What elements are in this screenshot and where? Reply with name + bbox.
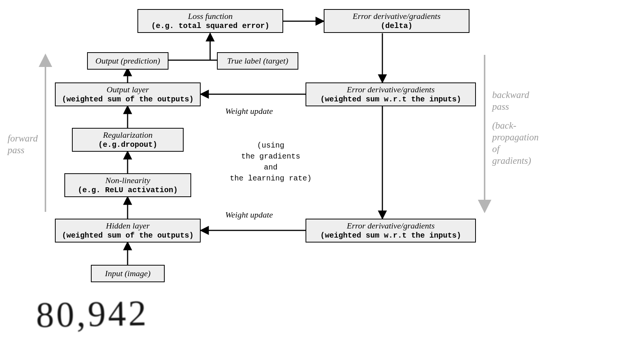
label-backward-l6: gradients) [492, 155, 568, 166]
label-weight-update-top: Weight update [225, 106, 273, 116]
box-nonlinearity-sub: (e.g. ReLU activation) [67, 185, 188, 195]
box-regularization-sub: (e.g.dropout) [75, 140, 181, 149]
label-forward-pass: forward pass [8, 132, 49, 156]
label-backward-l1: backward [492, 89, 568, 101]
label-center-l1: (using [214, 140, 327, 151]
label-center-note: (using the gradients and the learning ra… [214, 140, 327, 184]
box-hidden-layer-title: Hidden layer [58, 221, 198, 231]
box-error-bottom-title: Error derivative/gradients [309, 221, 473, 231]
label-forward-pass-l2: pass [8, 144, 49, 156]
box-error-delta-sub: (delta) [327, 21, 466, 31]
box-output-layer-title: Output layer [58, 85, 198, 95]
box-hidden-layer: Hidden layer (weighted sum of the output… [55, 219, 201, 243]
box-error-top-sub: (weighted sum w.r.t the inputs) [309, 95, 473, 104]
box-true-label-title: True label (target) [220, 56, 295, 66]
box-output-layer: Output layer (weighted sum of the output… [55, 82, 201, 106]
box-true-label: True label (target) [217, 52, 298, 70]
box-regularization: Regularization (e.g.dropout) [72, 128, 184, 152]
box-output-layer-sub: (weighted sum of the outputs) [58, 95, 198, 104]
label-forward-pass-l1: forward [8, 132, 49, 144]
label-backward-l4: propagation [492, 131, 568, 143]
box-hidden-layer-sub: (weighted sum of the outputs) [58, 231, 198, 240]
box-input-image: Input (image) [91, 265, 165, 282]
label-backward-l5: of [492, 143, 568, 155]
box-output-prediction: Output (prediction) [87, 52, 168, 70]
handwritten-digits: 80,942 [36, 292, 149, 336]
box-error-top-title: Error derivative/gradients [309, 85, 473, 95]
label-weight-update-bottom: Weight update [225, 210, 273, 220]
label-backward-l3: (back- [492, 120, 568, 131]
box-error-bottom-sub: (weighted sum w.r.t the inputs) [309, 231, 473, 240]
label-center-l2: the gradients [214, 151, 327, 162]
box-error-delta: Error derivative/gradients (delta) [324, 9, 469, 33]
box-error-delta-title: Error derivative/gradients [327, 11, 466, 21]
box-loss-function: Loss function (e.g. total squared error) [137, 9, 283, 33]
label-center-l3: and [214, 162, 327, 173]
label-backward-l2: pass [492, 101, 568, 112]
box-error-bottom: Error derivative/gradients (weighted sum… [306, 219, 476, 243]
box-nonlinearity-title: Non-linearity [67, 176, 188, 185]
box-regularization-title: Regularization [75, 130, 181, 140]
box-output-prediction-title: Output (prediction) [90, 56, 165, 66]
diagram-stage: forward pass backward pass (back- propag… [0, 0, 644, 356]
box-input-image-title: Input (image) [94, 269, 162, 278]
box-loss-function-sub: (e.g. total squared error) [140, 21, 280, 31]
box-error-top: Error derivative/gradients (weighted sum… [306, 82, 476, 106]
box-nonlinearity: Non-linearity (e.g. ReLU activation) [64, 173, 191, 197]
label-backward-pass: backward pass (back- propagation of grad… [492, 89, 568, 167]
box-loss-function-title: Loss function [140, 11, 280, 21]
label-center-l4: the learning rate) [214, 173, 327, 184]
